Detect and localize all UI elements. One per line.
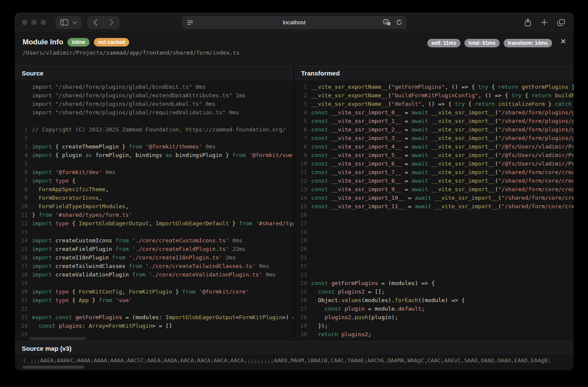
line-number: 17 xyxy=(17,262,32,271)
code-line: 16import createI18nPlugin from './core/c… xyxy=(17,253,293,262)
line-number: 8 xyxy=(17,185,32,194)
timing-transform-badge: transform: 14ms xyxy=(504,39,552,47)
code-text: const __vite_ssr_import_7__ = await __vi… xyxy=(311,168,574,177)
code-text: const plugins: Array<FormKitPlugin> = [] xyxy=(32,322,293,330)
line-number: 1 xyxy=(17,125,32,134)
code-line: 8 FormAppSpecificTheme, xyxy=(17,185,293,194)
sourcemap-title: Source map (v3) xyxy=(15,342,574,355)
code-text: __vite_ssr_exportName__("buildFormKitPlu… xyxy=(311,91,574,100)
line-number: 3 xyxy=(17,143,32,151)
code-line: 21import type { App } from 'vue' xyxy=(17,296,293,305)
code-text xyxy=(311,228,574,236)
reload-icon[interactable] xyxy=(396,19,403,26)
line-number: 14 xyxy=(296,194,311,202)
line-number: 15 xyxy=(296,202,311,211)
code-line: 1__vite_ssr_exportName__("getFormPlugins… xyxy=(296,83,574,91)
new-tab-icon[interactable] xyxy=(541,19,547,26)
address-bar[interactable]: localhost A x xyxy=(182,16,407,29)
code-text: const __vite_ssr_import_1__ = await __vi… xyxy=(311,117,574,125)
line-number: 2 xyxy=(296,91,311,100)
code-line: 10const __vite_ssr_import_6__ = await __… xyxy=(296,160,574,168)
share-icon[interactable] xyxy=(524,18,531,26)
code-text xyxy=(311,236,574,245)
source-horizontal-scrollbar[interactable] xyxy=(29,337,87,340)
line-number xyxy=(17,100,32,108)
line-number: 16 xyxy=(17,253,32,262)
code-line: 23export const getFormPlugins = (modules… xyxy=(17,313,293,322)
code-line: 1// Copyright (C) 2012-2025 Zammad Found… xyxy=(17,125,293,134)
sourcemap-horizontal-scrollbar[interactable] xyxy=(23,366,84,369)
code-text xyxy=(32,160,293,168)
code-text: import createValidationPlugin from './co… xyxy=(32,271,293,279)
code-line: 24const getFormPlugins = (modules) => { xyxy=(296,279,574,288)
sourcemap-content: ;;;AAEA;AAAkC;AAAA;AAAA;AAAA;AAClC;AAEA;… xyxy=(30,357,574,370)
line-number: 11 xyxy=(296,168,311,177)
code-text xyxy=(32,134,293,143)
tab-overview-icon[interactable] xyxy=(557,19,565,26)
code-text: return plugins2; xyxy=(311,330,574,339)
code-line: 3__vite_ssr_exportName__("default", () =… xyxy=(296,100,574,108)
module-path: /Users/vladimir/Projects/zammad/app/fron… xyxy=(23,49,566,56)
code-text xyxy=(32,117,293,125)
badge-not-cached: not cached xyxy=(94,38,129,47)
line-number: 6 xyxy=(296,125,311,134)
code-line: 13 xyxy=(17,228,293,236)
close-icon[interactable]: ✕ xyxy=(560,37,566,46)
code-line: 22 xyxy=(296,262,574,271)
line-number xyxy=(17,108,32,117)
line-number: 16 xyxy=(296,211,311,219)
line-number: 19 xyxy=(17,279,32,288)
code-text: const __vite_ssr_import_8__ = await __vi… xyxy=(311,177,574,185)
code-line: 18import createValidationPlugin from './… xyxy=(17,271,293,279)
code-text xyxy=(311,245,574,253)
window-controls xyxy=(22,20,46,25)
code-line: 2 xyxy=(17,134,293,143)
source-code-view[interactable]: import "/shared/form/plugins/global/bind… xyxy=(15,80,293,341)
timing-total-badge: total: 61ms xyxy=(464,39,500,47)
code-line: 13const __vite_ssr_import_9__ = await __… xyxy=(296,185,574,194)
line-number: 23 xyxy=(296,271,311,279)
code-text: const __vite_ssr_import_9__ = await __vi… xyxy=(311,185,574,194)
minimize-window-button[interactable] xyxy=(31,20,37,25)
code-text: import "/shared/form/plugins/global/exte… xyxy=(32,100,293,108)
line-number: 10 xyxy=(296,160,311,168)
forward-button[interactable] xyxy=(104,16,119,29)
code-line: 14const __vite_ssr_import_10__ = await _… xyxy=(296,194,574,202)
line-number: 28 xyxy=(296,313,311,322)
back-button[interactable] xyxy=(87,16,103,29)
line-number: 13 xyxy=(296,185,311,194)
code-line: 21 xyxy=(296,253,574,262)
code-line: 28 plugins2.push(plugin); xyxy=(296,313,574,322)
code-line: 16 xyxy=(296,211,574,219)
sourcemap-view[interactable]: 1 ;;;AAEA;AAAkC;AAAA;AAAA;AAAA;AAClC;AAE… xyxy=(15,355,574,370)
code-line: 20 xyxy=(296,245,574,253)
code-line: 12import type { ImportGlobEagerOutput, I… xyxy=(17,219,293,228)
sourcemap-section: Source map (v3) 1 ;;;AAEA;AAAkC;AAAA;AAA… xyxy=(15,341,574,370)
code-line: 7const __vite_ssr_import_3__ = await __v… xyxy=(296,134,574,143)
line-number: 3 xyxy=(296,100,311,108)
line-number: 12 xyxy=(296,177,311,185)
code-text: const __vite_ssr_import_0__ = await __vi… xyxy=(311,108,574,117)
sidebar-toggle-group[interactable] xyxy=(55,16,81,29)
line-number: 18 xyxy=(296,228,311,236)
page-title: Module Info xyxy=(23,38,63,47)
transformed-code-view[interactable]: 1__vite_ssr_exportName__("getFormPlugins… xyxy=(294,80,574,341)
line-number: 12 xyxy=(17,219,32,228)
code-line: 12const __vite_ssr_import_8__ = await __… xyxy=(296,177,574,185)
code-line: 14import createCustomIcons from './core/… xyxy=(17,236,293,245)
line-number: 5 xyxy=(17,160,32,168)
svg-text:A: A xyxy=(385,20,387,24)
line-number: 15 xyxy=(17,245,32,253)
translate-icon[interactable]: A x xyxy=(383,19,391,26)
code-line: 20import type { FormKitConfig, FormKitPl… xyxy=(17,288,293,296)
code-line: 19 xyxy=(17,279,293,288)
code-line: 10 FormFieldTypeImportModules, xyxy=(17,202,293,211)
code-line: import "/shared/form/plugins/global/requ… xyxy=(17,108,293,117)
line-number: 10 xyxy=(17,202,32,211)
code-text xyxy=(311,211,574,219)
zoom-window-button[interactable] xyxy=(41,20,46,25)
code-text: import { plugin as formPlugin, bindings … xyxy=(32,151,293,160)
code-line: 29 }); xyxy=(296,322,574,330)
transformed-panel-title: Transformed xyxy=(294,66,574,80)
close-window-button[interactable] xyxy=(22,20,27,25)
